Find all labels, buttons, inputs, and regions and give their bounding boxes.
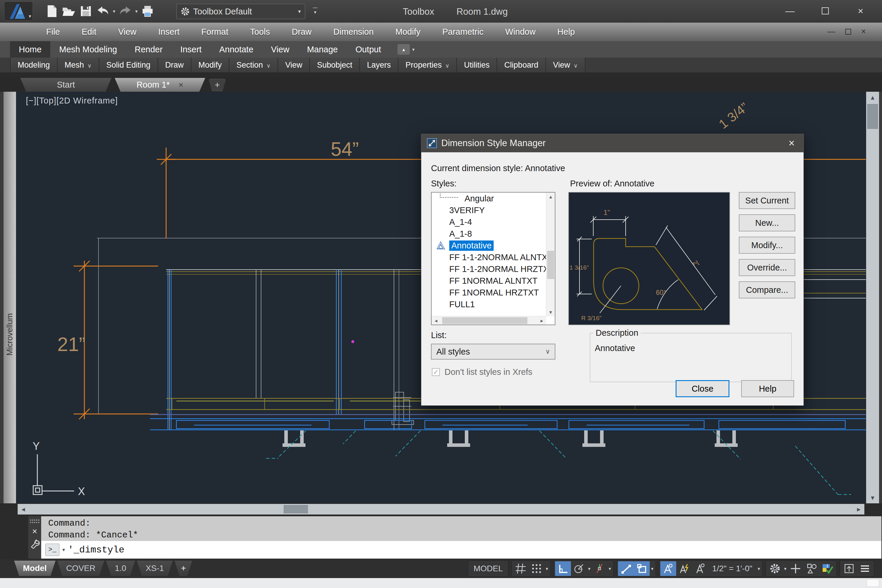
set-current-button[interactable]: Set Current (739, 192, 795, 209)
workspace-gear-caret-icon[interactable]: ▾ (783, 566, 788, 572)
list-filter-combobox[interactable]: All styles ∨ (431, 344, 555, 360)
new-file-button[interactable] (44, 3, 59, 19)
annotation-scale-sync-toggle[interactable] (692, 561, 708, 576)
annotation-scale-value[interactable]: 1/2" = 1'-0" (708, 561, 756, 576)
command-history[interactable]: Command: Command: *Cancel* (41, 516, 881, 541)
clean-screen-button[interactable] (841, 561, 857, 576)
menu-item-window[interactable]: Window (494, 22, 546, 41)
app-logo[interactable]: ▾ (4, 2, 33, 21)
menu-item-file[interactable]: File (35, 22, 71, 41)
layout-tab-cover[interactable]: COVER (57, 561, 104, 576)
polar-tracking-toggle[interactable] (571, 561, 587, 576)
grid-display-toggle[interactable] (513, 561, 529, 576)
style-item-a14[interactable]: A_1-4 (432, 216, 555, 228)
style-item-3verify[interactable]: 3VERIFY (432, 204, 555, 216)
list-scroll-left-icon[interactable]: ◂ (432, 316, 440, 325)
ribbon-tab-mesh-modeling[interactable]: Mesh Modeling (50, 41, 126, 58)
panel-clipboard[interactable]: Clipboard (497, 58, 546, 72)
panel-properties[interactable]: Properties∨ (398, 58, 457, 72)
osnap-tracking-caret-icon[interactable]: ▾ (608, 566, 612, 572)
styles-listbox[interactable]: Angular 3VERIFY A_1-4 A_1-8 Annotative F… (431, 192, 555, 325)
menu-item-modify[interactable]: Modify (384, 22, 431, 41)
ribbon-tab-annotate[interactable]: Annotate (210, 41, 262, 58)
panel-subobject[interactable]: Subobject (310, 58, 360, 72)
layout-tab-xs1[interactable]: XS-1 (137, 561, 172, 576)
style-item-full1[interactable]: FULL1 (432, 298, 555, 310)
ortho-mode-toggle[interactable] (555, 561, 571, 576)
scroll-up-icon[interactable]: ▴ (866, 92, 879, 103)
menu-item-parametric[interactable]: Parametric (431, 22, 494, 41)
ribbon-tab-insert[interactable]: Insert (171, 41, 210, 58)
microvellum-palette-bar[interactable]: Microvellum (3, 92, 16, 503)
ribbon-tab-render[interactable]: Render (126, 41, 171, 58)
list-scroll-up-icon[interactable]: ▴ (546, 193, 555, 201)
xref-checkbox[interactable]: ✓ (432, 368, 440, 376)
ribbon-tab-manage[interactable]: Manage (298, 41, 346, 58)
doc-close-icon[interactable]: × (861, 27, 866, 36)
undo-button[interactable] (95, 3, 111, 19)
new-drawing-tab-button[interactable]: + (208, 79, 226, 91)
model-space-toggle[interactable]: MODEL (470, 561, 507, 576)
panel-view[interactable]: View (278, 58, 310, 72)
doc-minimize-icon[interactable]: — (827, 27, 835, 36)
menu-item-edit[interactable]: Edit (71, 22, 107, 41)
menu-item-view[interactable]: View (107, 22, 147, 41)
tab-close-icon[interactable]: × (178, 80, 183, 90)
toolbar-overflow-button[interactable]: — ▾ (309, 5, 321, 18)
panel-layers[interactable]: Layers (360, 58, 398, 72)
autoscale-toggle[interactable] (676, 561, 692, 576)
menu-item-tools[interactable]: Tools (239, 22, 281, 41)
list-vscroll-thumb[interactable] (547, 251, 554, 279)
viewport-contro-label[interactable]: [−][Top][2D Wireframe] (26, 96, 118, 105)
close-button[interactable]: × (850, 4, 871, 18)
wrench-icon[interactable] (30, 538, 40, 549)
compare-button[interactable]: Compare... (739, 281, 795, 298)
ribbon-tab-home[interactable]: Home (10, 41, 50, 58)
isolate-objects-button[interactable] (804, 561, 819, 576)
annotation-visibility-toggle[interactable] (660, 561, 676, 576)
list-horizontal-scrollbar[interactable]: ◂ ▸ (432, 316, 546, 325)
polar-caret-icon[interactable]: ▾ (587, 566, 591, 572)
file-tab-room1[interactable]: Room 1* × (115, 78, 205, 92)
menu-item-insert[interactable]: Insert (147, 22, 190, 41)
workspace-gear-button[interactable] (767, 561, 783, 576)
modify-button[interactable]: Modify... (739, 237, 795, 254)
scale-caret-icon[interactable]: ▾ (756, 566, 761, 572)
open-file-button[interactable] (61, 3, 76, 19)
style-item-angular[interactable]: Angular (432, 193, 555, 204)
layout-tab-model[interactable]: Model (14, 561, 56, 576)
minimize-button[interactable]: — (780, 4, 800, 18)
ribbon-tab-output[interactable]: Output (346, 41, 390, 58)
customization-menu-button[interactable] (857, 561, 873, 576)
redo-caret-icon[interactable]: ▾ (135, 9, 138, 14)
panel-utilities[interactable]: Utilities (457, 58, 497, 72)
menu-item-dimension[interactable]: Dimension (322, 22, 384, 41)
panel-mesh[interactable]: Mesh∨ (58, 58, 99, 72)
new-layout-button[interactable]: + (175, 561, 192, 576)
doc-restore-icon[interactable] (845, 29, 851, 35)
override-button[interactable]: Override... (739, 259, 795, 276)
new-button[interactable]: New... (739, 214, 795, 231)
menu-item-format[interactable]: Format (190, 22, 239, 41)
graphics-performance-button[interactable] (819, 561, 835, 576)
scroll-right-icon[interactable]: ▸ (853, 504, 864, 514)
style-item-annotative-selected[interactable]: Annotative (432, 240, 555, 251)
list-scroll-down-icon[interactable]: ▾ (546, 308, 555, 316)
grip-dots-icon[interactable] (29, 519, 40, 524)
vertical-scrollbar-thumb[interactable] (867, 104, 878, 129)
dialog-close-icon[interactable]: × (785, 137, 798, 149)
undo-caret-icon[interactable]: ▾ (113, 9, 115, 14)
panel-modify[interactable]: Modify (191, 58, 230, 72)
style-item-ff112-hrztxt[interactable]: FF 1-1-2NORMAL HRZTXT (432, 263, 555, 275)
object-snap-toggle[interactable] (618, 561, 634, 576)
scroll-left-icon[interactable]: ◂ (18, 504, 29, 514)
viewport-horizontal-scrollbar[interactable]: ◂ ▸ (18, 504, 864, 514)
save-button[interactable] (78, 3, 93, 19)
horizontal-scrollbar-thumb[interactable] (284, 505, 308, 513)
panel-view-2[interactable]: View∨ (546, 58, 585, 72)
viewport-vertical-scrollbar[interactable]: ▴ ▾ (866, 92, 879, 503)
file-tab-start[interactable]: Start (20, 78, 111, 92)
panel-draw[interactable]: Draw (158, 58, 191, 72)
snap-reference-caret-icon[interactable]: ▾ (650, 566, 654, 572)
style-item-a18[interactable]: A_1-8 (432, 228, 555, 240)
